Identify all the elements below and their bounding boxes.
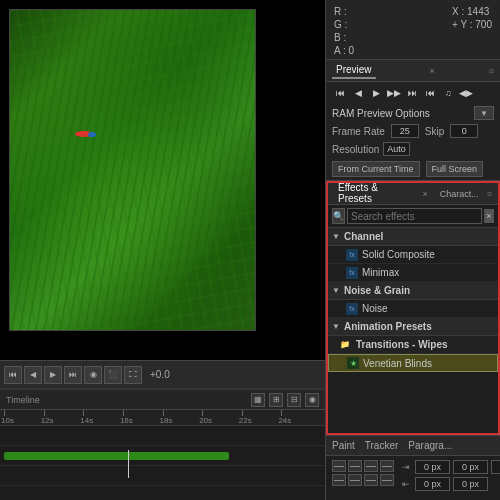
ruler-mark-12s: 12s — [44, 410, 84, 425]
align-top-btn[interactable] — [332, 474, 346, 486]
timeline-header: Timeline ▦ ⊞ ⊟ ◉ — [0, 390, 325, 410]
resolution-dropdown[interactable]: Auto — [383, 142, 410, 156]
b-label: B : — [334, 32, 346, 43]
align-dist-btn[interactable] — [380, 474, 394, 486]
timeline-btn-3[interactable]: ⊟ — [287, 393, 301, 407]
paint-tab[interactable]: Paint — [332, 440, 355, 451]
video-border — [9, 9, 256, 331]
ruler-mark-10s: 10s — [4, 410, 44, 425]
effects-menu-btn[interactable]: ≡ — [487, 189, 492, 199]
channel-arrow: ▼ — [332, 232, 340, 241]
time-display: +0.0 — [144, 369, 321, 380]
solid-composite-item[interactable]: fx Solid Composite — [328, 246, 498, 264]
align-left-btn[interactable] — [332, 460, 346, 472]
paragraphs-tab[interactable]: Paragra... — [408, 440, 452, 451]
prev-back-btn[interactable]: ◀ — [350, 86, 366, 100]
channel-category-header[interactable]: ▼ Channel — [328, 228, 498, 246]
ctrl-btn-1[interactable]: ⏮ — [4, 366, 22, 384]
prev-toggle-btn[interactable]: ◀▶ — [458, 86, 474, 100]
prev-forward-btn[interactable]: ▶▶ — [386, 86, 402, 100]
prev-first-btn[interactable]: ⏮ — [332, 86, 348, 100]
ctrl-btn-4[interactable]: ⏭ — [64, 366, 82, 384]
preview-tab[interactable]: Preview — [332, 62, 376, 79]
search-icon-btn[interactable]: 🔍 — [332, 208, 345, 224]
preview-collapse-btn[interactable]: × — [430, 66, 435, 76]
effects-search-input[interactable] — [347, 208, 482, 224]
resolution-row: Resolution Auto — [326, 140, 500, 158]
preview-panel: Preview × ≡ ⏮ ◀ ▶ ▶▶ ⏭ ⏮ ♫ ◀▶ RAM Previe… — [326, 60, 500, 181]
frame-rate-field[interactable]: 25 — [391, 124, 419, 138]
align-center-btn[interactable] — [348, 460, 362, 472]
ram-preview-label: RAM Preview Options — [332, 108, 470, 119]
bottom-panel: Paint Tracker Paragra... — [326, 435, 500, 500]
tracker-tab[interactable]: Tracker — [365, 440, 399, 451]
a-row: A : 0 — [334, 45, 354, 56]
effects-list: ▼ Channel fx Solid Composite fx Minimax … — [328, 228, 498, 433]
prev-play-btn[interactable]: ▶ — [368, 86, 384, 100]
indent-icon-1: ⇥ — [402, 462, 412, 472]
timeline-btn-1[interactable]: ▦ — [251, 393, 265, 407]
search-icon: 🔍 — [333, 211, 344, 221]
align-bottom-btn[interactable] — [364, 474, 378, 486]
venetian-blinds-icon: ★ — [347, 357, 359, 369]
x-label: X : 1443 — [452, 6, 489, 17]
from-current-time-btn[interactable]: From Current Time — [332, 161, 420, 177]
px-field-5[interactable]: 0 px — [453, 477, 488, 491]
px-field-1[interactable]: 0 px — [415, 460, 450, 474]
ruler-label-20s: 20s — [199, 416, 212, 425]
align-justify-btn[interactable] — [380, 460, 394, 472]
effects-panel-x[interactable]: × — [422, 189, 427, 199]
px-field-4[interactable]: 0 px — [415, 477, 450, 491]
align-row-1 — [332, 460, 394, 472]
bottom-content: ⇥ 0 px 0 px 0 px ⇤ 0 px 0 px — [326, 456, 500, 500]
ctrl-btn-7[interactable]: ⛶ — [124, 366, 142, 384]
minimax-label: Minimax — [362, 267, 399, 278]
venetian-blinds-item[interactable]: ★ Venetian Blinds — [328, 354, 498, 372]
xy-values: X : 1443 + Y : 700 — [452, 6, 492, 53]
ram-dropdown[interactable]: ▼ — [474, 106, 494, 120]
preview-controls: ⏮ ◀ ▶ ▶▶ ⏭ ⏮ ♫ ◀▶ — [326, 82, 500, 104]
full-screen-btn[interactable]: Full Screen — [426, 161, 484, 177]
align-section — [332, 460, 394, 496]
effects-presets-panel: Effects & Presets × Charact... ≡ 🔍 × ▼ — [326, 181, 500, 435]
ctrl-btn-5[interactable]: ◉ — [84, 366, 102, 384]
g-label: G : — [334, 19, 347, 30]
px-field-2[interactable]: 0 px — [453, 460, 488, 474]
timeline-btn-2[interactable]: ⊞ — [269, 393, 283, 407]
y-row: + Y : 700 — [452, 19, 492, 30]
animation-presets-category-header[interactable]: ▼ Animation Presets — [328, 318, 498, 336]
animation-presets-label: Animation Presets — [344, 321, 432, 332]
align-right-btn[interactable] — [364, 460, 378, 472]
effects-tab[interactable]: Effects & Presets — [334, 180, 412, 208]
transitions-wipes-subcategory[interactable]: 📁 Transitions - Wipes — [328, 336, 498, 354]
noise-grain-category-header[interactable]: ▼ Noise & Grain — [328, 282, 498, 300]
channel-label: Channel — [344, 231, 383, 242]
right-panel: R : G : B : A : 0 X : 1443 + Y : 700 — [325, 0, 500, 500]
timeline-btn-4[interactable]: ◉ — [305, 393, 319, 407]
px-field-3[interactable]: 0 px — [491, 460, 500, 474]
track-row-3 — [0, 466, 325, 486]
y-label: + Y : 700 — [452, 19, 492, 30]
prev-loop-btn[interactable]: ⏮ — [422, 86, 438, 100]
solid-composite-icon: fx — [346, 249, 358, 261]
ctrl-btn-2[interactable]: ◀ — [24, 366, 42, 384]
skip-field[interactable]: 0 — [450, 124, 478, 138]
rgb-values: R : G : B : A : 0 — [334, 6, 354, 53]
align-row-2 — [332, 474, 394, 486]
minimax-item[interactable]: fx Minimax — [328, 264, 498, 282]
noise-label: Noise — [362, 303, 388, 314]
ctrl-btn-3[interactable]: ▶ — [44, 366, 62, 384]
ruler-label-16s: 16s — [120, 416, 133, 425]
noise-item[interactable]: fx Noise — [328, 300, 498, 318]
ctrl-btn-6[interactable]: ⬛ — [104, 366, 122, 384]
prev-audio-btn[interactable]: ♫ — [440, 86, 456, 100]
characters-tab[interactable]: Charact... — [440, 189, 479, 199]
solid-composite-label: Solid Composite — [362, 249, 435, 260]
preview-menu-btn[interactable]: ≡ — [489, 66, 494, 76]
noise-grain-arrow: ▼ — [332, 286, 340, 295]
align-middle-btn[interactable] — [348, 474, 362, 486]
ruler-label-24s: 24s — [278, 416, 291, 425]
ruler-mark-20s: 20s — [202, 410, 242, 425]
prev-last-btn[interactable]: ⏭ — [404, 86, 420, 100]
effects-close-btn[interactable]: × — [484, 209, 494, 223]
